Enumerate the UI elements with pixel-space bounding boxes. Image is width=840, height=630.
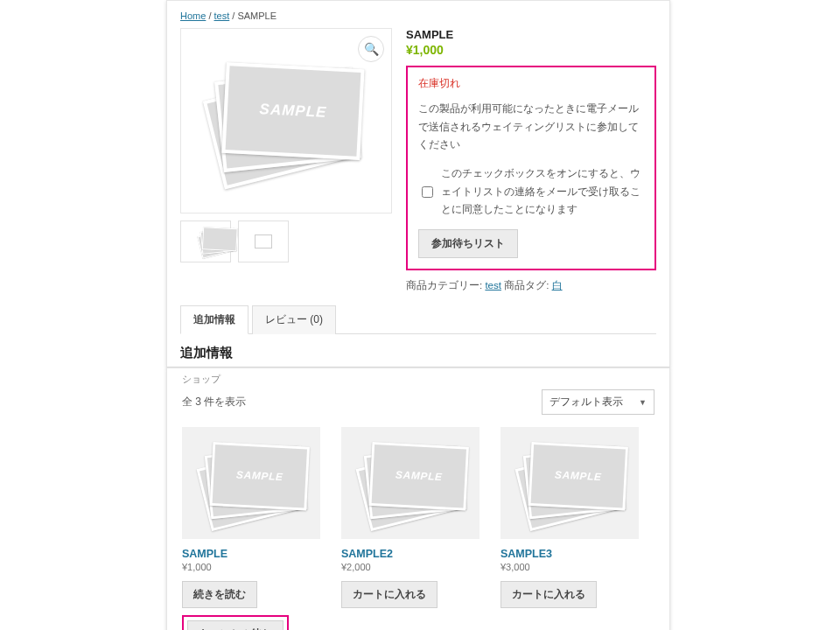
product-main-image[interactable]: 🔍 SAMPLE xyxy=(180,28,392,214)
tab-content-heading: 追加情報 xyxy=(180,345,656,361)
product-card-title[interactable]: SAMPLE xyxy=(182,548,320,560)
product-card-image[interactable]: SAMPLE xyxy=(182,427,320,539)
meta-category-link[interactable]: test xyxy=(485,280,501,290)
waitlist-consent[interactable]: このチェックボックスをオンにすると、ウェイトリストの連絡をメールで受け取ることに… xyxy=(418,164,644,219)
tab-additional-info[interactable]: 追加情報 xyxy=(180,305,248,334)
product-card-price: ¥3,000 xyxy=(500,562,639,572)
product-tabs: 追加情報 レビュー (0) xyxy=(180,304,656,334)
product-title: SAMPLE xyxy=(406,28,656,41)
sample-image-stack: SAMPLE xyxy=(212,64,360,178)
product-gallery: 🔍 SAMPLE xyxy=(180,28,390,292)
zoom-icon[interactable]: 🔍 xyxy=(358,36,384,62)
breadcrumb-home[interactable]: Home xyxy=(180,10,206,21)
tab-reviews[interactable]: レビュー (0) xyxy=(252,305,336,334)
stock-status: 在庫切れ xyxy=(418,76,644,91)
shop-heading: ショップ xyxy=(182,373,654,386)
product-card-title[interactable]: SAMPLE2 xyxy=(341,548,480,560)
waitlist-consent-checkbox[interactable] xyxy=(422,168,433,216)
product-card-price: ¥2,000 xyxy=(341,562,480,572)
add-to-cart-button[interactable]: カートに入れる xyxy=(500,581,597,608)
product-card-image[interactable]: SAMPLE xyxy=(500,427,639,539)
product-card-title[interactable]: SAMPLE3 xyxy=(500,548,639,560)
gallery-thumb-2[interactable] xyxy=(238,220,289,262)
result-count: 全 3 件を表示 xyxy=(182,395,246,410)
join-waitlist-button[interactable]: 参加待ちリスト xyxy=(418,229,518,258)
cancel-wait-button[interactable]: キャンセル待ち xyxy=(187,620,284,630)
read-more-button[interactable]: 続きを読む xyxy=(182,581,257,608)
product-page-panel: Home / test / SAMPLE 🔍 SAMPLE xyxy=(166,0,670,368)
chevron-down-icon: ▼ xyxy=(639,398,647,407)
product-card: SAMPLE SAMPLE2 ¥2,000 カートに入れる xyxy=(341,427,480,630)
waitlist-box: 在庫切れ この製品が利用可能になったときに電子メールで送信されるウェイティングリ… xyxy=(406,66,656,270)
sort-select[interactable]: デフォルト表示 ▼ xyxy=(542,389,654,415)
cancel-wait-highlight: キャンセル待ち xyxy=(182,615,289,630)
waitlist-consent-text: このチェックボックスをオンにすると、ウェイトリストの連絡をメールで受け取ることに… xyxy=(441,164,644,219)
product-card: SAMPLE SAMPLE ¥1,000 続きを読む キャンセル待ち xyxy=(182,427,320,630)
breadcrumb-category[interactable]: test xyxy=(214,10,230,21)
shop-page-panel: ショップ 全 3 件を表示 デフォルト表示 ▼ SAMPLE SAMPLE ¥1… xyxy=(166,368,670,630)
waitlist-description: この製品が利用可能になったときに電子メールで送信されるウェイティングリストに参加… xyxy=(418,100,644,154)
product-card: SAMPLE SAMPLE3 ¥3,000 カートに入れる xyxy=(500,427,639,630)
breadcrumb: Home / test / SAMPLE xyxy=(166,0,670,21)
breadcrumb-current: SAMPLE xyxy=(237,10,276,21)
product-card-image[interactable]: SAMPLE xyxy=(341,427,480,539)
product-price: ¥1,000 xyxy=(406,43,656,57)
meta-tag-link[interactable]: 白 xyxy=(552,280,563,290)
product-summary: SAMPLE ¥1,000 在庫切れ この製品が利用可能になったときに電子メール… xyxy=(390,28,656,292)
sort-select-label: デフォルト表示 xyxy=(550,395,623,410)
add-to-cart-button[interactable]: カートに入れる xyxy=(341,581,438,608)
gallery-thumb-1[interactable] xyxy=(180,220,231,262)
product-grid: SAMPLE SAMPLE ¥1,000 続きを読む キャンセル待ち SAMPL… xyxy=(182,427,654,630)
product-meta: 商品カテゴリー: test 商品タグ: 白 xyxy=(406,279,656,292)
product-card-price: ¥1,000 xyxy=(182,562,320,572)
